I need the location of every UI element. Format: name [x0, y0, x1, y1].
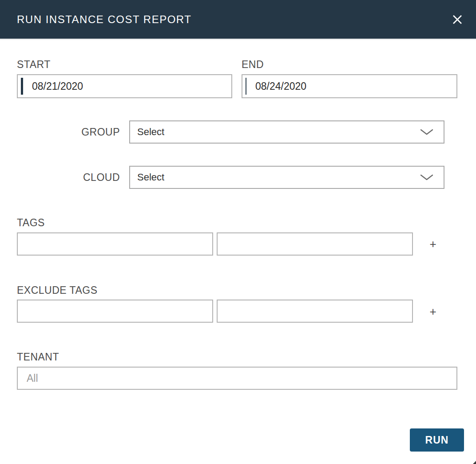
end-date-input[interactable] [246, 75, 456, 97]
cloud-select[interactable]: Select [129, 166, 444, 189]
exclude-tags-value-input[interactable] [218, 300, 412, 322]
dialog-title: RUN INSTANCE COST REPORT [17, 13, 191, 26]
run-instance-cost-report-dialog: RUN INSTANCE COST REPORT START END GROUP… [0, 0, 476, 464]
chevron-down-icon [420, 128, 434, 136]
tenant-field[interactable] [17, 367, 457, 390]
add-exclude-tag-button[interactable]: + [425, 304, 441, 320]
exclude-tags-label: EXCLUDE TAGS [17, 284, 98, 296]
close-button[interactable] [449, 12, 465, 28]
cloud-label: CLOUD [17, 172, 120, 184]
group-label: GROUP [17, 126, 120, 138]
end-date-field[interactable] [242, 74, 457, 98]
tags-key-input[interactable] [18, 233, 212, 255]
group-select-value: Select [130, 126, 420, 138]
run-button[interactable]: RUN [410, 428, 464, 452]
cloud-select-value: Select [130, 172, 420, 183]
tags-key-field[interactable] [17, 232, 213, 256]
start-date-input[interactable] [23, 75, 231, 97]
tenant-input[interactable] [18, 368, 456, 389]
tenant-label: TENANT [17, 351, 59, 363]
group-select[interactable]: Select [129, 120, 444, 144]
add-tag-button[interactable]: + [425, 236, 441, 252]
tags-value-field[interactable] [217, 232, 413, 256]
dialog-header: RUN INSTANCE COST REPORT [0, 0, 476, 40]
tags-value-input[interactable] [218, 233, 412, 255]
close-icon [451, 13, 464, 26]
chevron-down-icon [420, 174, 434, 181]
start-label: START [17, 59, 51, 71]
corner-artifact [473, 461, 476, 464]
exclude-tags-value-field[interactable] [217, 300, 413, 323]
end-label: END [242, 59, 264, 71]
tags-label: TAGS [17, 217, 45, 229]
exclude-tags-key-input[interactable] [18, 300, 212, 322]
exclude-tags-key-field[interactable] [17, 300, 213, 323]
start-date-field[interactable] [17, 74, 232, 98]
